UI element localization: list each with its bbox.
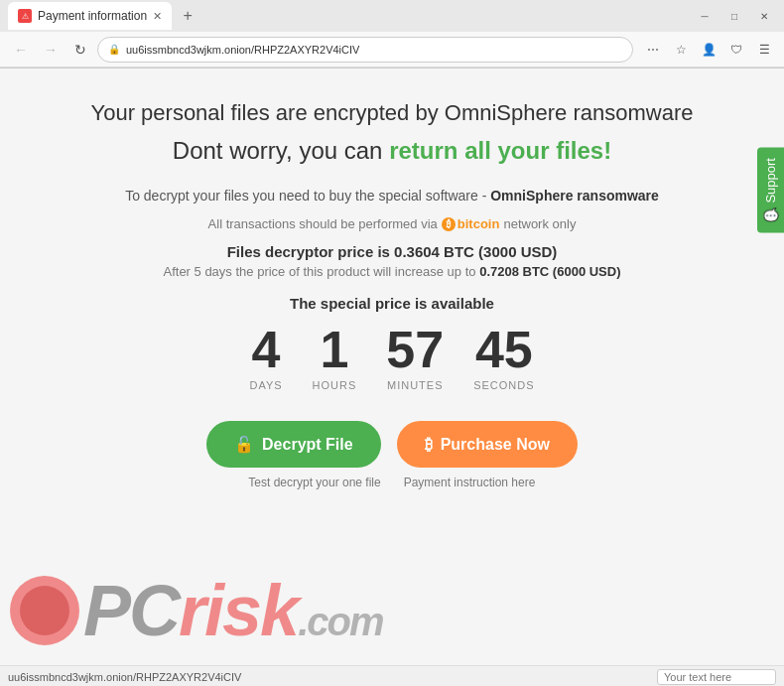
hours-label: HOURS: [313, 379, 357, 391]
watermark-text: PCrisk.com: [83, 575, 383, 646]
button-row: 🔓 Decrypt File ₿ Purchase Now: [206, 421, 578, 468]
new-tab-button[interactable]: +: [176, 4, 199, 28]
days-label: DAYS: [249, 379, 282, 391]
description-prefix: To decrypt your files you need to buy th…: [125, 188, 490, 204]
hours-number: 1: [320, 324, 348, 375]
decrypt-caption: Test decrypt your one file: [245, 476, 384, 489]
brand-name: OmniSphere ransomware: [490, 188, 659, 204]
decrypt-button[interactable]: 🔓 Decrypt File: [206, 421, 381, 468]
days-number: 4: [252, 324, 281, 375]
navbar: ← → ↻ 🔒 uu6issmbncd3wjkm.onion/RHPZ2AXYR…: [0, 32, 784, 68]
watermark-circle-inner: [20, 586, 69, 635]
countdown: 4 DAYS 1 HOURS 57 MINUTES 45 SECONDS: [249, 324, 534, 391]
title-bar: ⚠ Payment information ✕ + ─ □ ✕: [0, 0, 784, 32]
decrypt-label: Decrypt File: [262, 436, 353, 454]
bitcoin-icon: ₿: [442, 217, 456, 231]
bitcoin-logo: ₿ bitcoin: [442, 216, 500, 231]
seconds-label: SECONDS: [473, 379, 534, 391]
back-button[interactable]: ←: [8, 37, 34, 63]
watermark-overlay: PCrisk.com: [0, 556, 784, 665]
url-text: uu6issmbncd3wjkm.onion/RHPZ2AXYR2V4iCIV: [126, 44, 622, 56]
countdown-minutes: 57 MINUTES: [386, 324, 444, 391]
countdown-hours: 1 HOURS: [313, 324, 357, 391]
bookmark-button[interactable]: ☆: [669, 38, 693, 62]
maximize-button[interactable]: □: [722, 4, 746, 28]
forward-button[interactable]: →: [38, 37, 64, 63]
purchase-caption: Payment instruction here: [400, 476, 539, 489]
bitcoin-purchase-icon: ₿: [425, 436, 433, 454]
watermark-logo: PCrisk.com: [0, 575, 383, 646]
page-content: 💬 Support Your personal files are encryp…: [0, 69, 784, 665]
shield-button[interactable]: 🛡: [724, 38, 748, 62]
browser-chrome: ⚠ Payment information ✕ + ─ □ ✕ ← → ↻ 🔒 …: [0, 0, 784, 69]
minutes-number: 57: [386, 324, 444, 375]
sub-heading: Dont worry, you can return all your file…: [173, 137, 611, 165]
support-icon: 💬: [763, 207, 778, 223]
status-input[interactable]: [657, 669, 776, 685]
purchase-button[interactable]: ₿ Purchase Now: [397, 421, 578, 468]
price-value: 0.3604 BTC (3000 USD): [394, 243, 557, 260]
sub-heading-highlight: return all your files!: [389, 137, 611, 164]
extensions-button[interactable]: ⋯: [641, 38, 665, 62]
watermark-circle: [10, 576, 79, 645]
watermark-com: .com: [298, 600, 382, 643]
refresh-button[interactable]: ↻: [67, 37, 93, 63]
nav-extra-buttons: ⋯ ☆ 👤 🛡 ☰: [641, 38, 776, 62]
tab-close-button[interactable]: ✕: [153, 10, 162, 23]
menu-button[interactable]: ☰: [752, 38, 776, 62]
bitcoin-line: All transactions should be performed via…: [208, 216, 577, 231]
bitcoin-text-suffix: network only: [503, 216, 576, 231]
window-controls: ─ □ ✕: [693, 4, 776, 28]
higher-price: 0.7208 BTC (6000 USD): [479, 264, 620, 279]
price-line: Files decryptor price is 0.3604 BTC (300…: [227, 243, 558, 260]
browser-tab[interactable]: ⚠ Payment information ✕: [8, 2, 172, 30]
address-bar[interactable]: 🔒 uu6issmbncd3wjkm.onion/RHPZ2AXYR2V4iCI…: [97, 37, 633, 63]
status-url: uu6issmbncd3wjkm.onion/RHPZ2AXYR2V4iCIV: [8, 671, 649, 683]
countdown-seconds: 45 SECONDS: [473, 324, 534, 391]
bitcoin-text-prefix: All transactions should be performed via: [208, 216, 438, 231]
decrypt-icon: 🔓: [234, 435, 254, 454]
minimize-button[interactable]: ─: [693, 4, 717, 28]
increase-line: After 5 days the price of this product w…: [163, 264, 620, 279]
tab-title: Payment information: [38, 9, 147, 23]
bitcoin-name: bitcoin: [457, 216, 500, 231]
description: To decrypt your files you need to buy th…: [125, 185, 659, 206]
watermark-risk: risk: [179, 571, 298, 650]
status-bar: uu6issmbncd3wjkm.onion/RHPZ2AXYR2V4iCIV: [0, 665, 784, 686]
main-heading: Your personal files are encrypted by Omn…: [91, 98, 694, 129]
tab-favicon: ⚠: [18, 9, 32, 23]
close-button[interactable]: ✕: [752, 4, 776, 28]
seconds-number: 45: [475, 324, 533, 375]
button-captions: Test decrypt your one file Payment instr…: [245, 476, 539, 489]
purchase-label: Purchase Now: [441, 436, 550, 454]
minutes-label: MINUTES: [387, 379, 444, 391]
support-tab[interactable]: 💬 Support: [757, 148, 784, 233]
sub-heading-prefix: Dont worry, you can: [173, 137, 389, 164]
increase-prefix: After 5 days the price of this product w…: [163, 264, 479, 279]
profile-button[interactable]: 👤: [697, 38, 720, 62]
support-label: Support: [763, 158, 778, 204]
watermark-pc: PC: [83, 571, 179, 650]
price-label: Files decryptor price is: [227, 243, 394, 260]
countdown-days: 4 DAYS: [249, 324, 282, 391]
special-price-label: The special price is available: [290, 295, 494, 312]
lock-icon: 🔒: [108, 44, 120, 55]
